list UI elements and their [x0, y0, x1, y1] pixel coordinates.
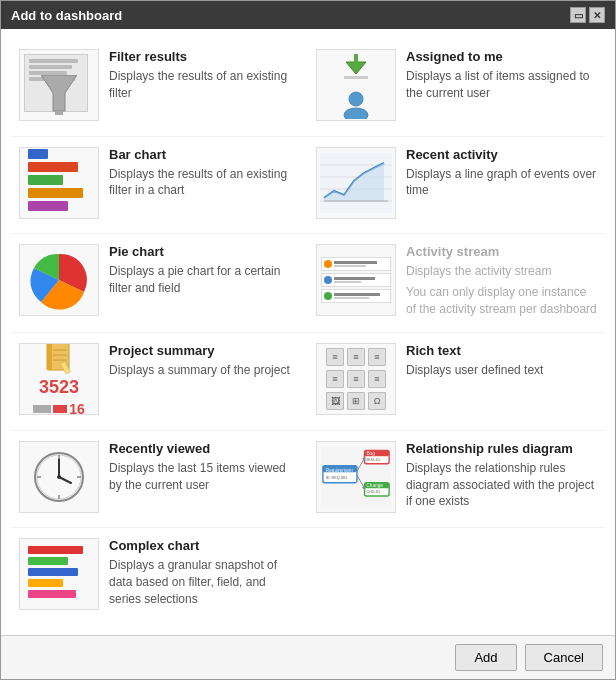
list-item[interactable]: ≡ ≡ ≡ ≡ ≡ ≡ 🖼 ⊞ Ω Rich text Displays use…	[308, 333, 605, 431]
rich-text-desc: Displays user defined text	[406, 362, 597, 379]
assigned-title: Assigned to me	[406, 49, 597, 64]
recent-activity-title: Recent activity	[406, 147, 597, 162]
pie-chart-desc: Displays a pie chart for a certain filte…	[109, 263, 300, 297]
recently-viewed-desc: Displays the last 15 items viewed by the…	[109, 460, 300, 494]
complex-chart-thumb	[19, 538, 99, 610]
recent-activity-desc: Displays a line graph of events over tim…	[406, 166, 597, 200]
bar-chart-thumb	[19, 147, 99, 219]
rt-icon-1: ≡	[326, 348, 344, 366]
list-item[interactable]: Filter results Displays the results of a…	[11, 39, 308, 137]
recently-viewed-thumb	[19, 441, 99, 513]
bar-chart-text: Bar chart Displays the results of an exi…	[109, 147, 300, 200]
recent-activity-thumb	[316, 147, 396, 219]
svg-rect-4	[344, 76, 368, 79]
rt-icon-6: ≡	[368, 370, 386, 388]
relationship-text: Relationship rules diagram Displays the …	[406, 441, 597, 510]
svg-point-5	[349, 92, 363, 106]
bar-chart-desc: Displays the results of an existing filt…	[109, 166, 300, 200]
minimize-button[interactable]: ▭	[570, 7, 586, 23]
activity-stream-note: You can only display one instance of the…	[406, 284, 597, 318]
rich-text-text: Rich text Displays user defined text	[406, 343, 597, 379]
dialog-title: Add to dashboard	[11, 8, 122, 23]
rt-icon-9: Ω	[368, 392, 386, 410]
assigned-desc: Displays a list of items assigned to the…	[406, 68, 597, 102]
activity-stream-desc: Displays the activity stream	[406, 263, 597, 280]
recent-activity-text: Recent activity Displays a line graph of…	[406, 147, 597, 200]
download-icon	[340, 52, 372, 84]
close-button[interactable]: ✕	[589, 7, 605, 23]
relationship-title: Relationship rules diagram	[406, 441, 597, 456]
relationship-desc: Displays the relationship rules diagram …	[406, 460, 597, 510]
list-item[interactable]: Complex chart Displays a granular snapsh…	[11, 528, 308, 625]
rich-text-title: Rich text	[406, 343, 597, 358]
activity-stream-thumb	[316, 244, 396, 316]
filter-results-title: Filter results	[109, 49, 300, 64]
complex-chart-title: Complex chart	[109, 538, 300, 553]
rt-icon-4: ≡	[326, 370, 344, 388]
svg-rect-16	[47, 343, 52, 370]
list-item[interactable]: Recently viewed Displays the last 15 ite…	[11, 431, 308, 529]
svg-rect-1	[55, 111, 63, 115]
activity-stream-title: Activity stream	[406, 244, 597, 259]
project-summary-desc: Displays a summary of the project	[109, 362, 300, 379]
list-item[interactable]: Recent activity Displays a line graph of…	[308, 137, 605, 235]
cancel-button[interactable]: Cancel	[525, 644, 603, 671]
assigned-text: Assigned to me Displays a list of items …	[406, 49, 597, 102]
list-item[interactable]: Bar chart Displays the results of an exi…	[11, 137, 308, 235]
pie-chart-thumb	[19, 244, 99, 316]
svg-text:Requirement: Requirement	[326, 468, 354, 473]
add-to-dashboard-dialog: Add to dashboard ▭ ✕	[0, 0, 616, 680]
complex-chart-text: Complex chart Displays a granular snapsh…	[109, 538, 300, 607]
complex-visual	[20, 539, 98, 609]
pie-chart-title: Pie chart	[109, 244, 300, 259]
svg-rect-3	[354, 54, 358, 64]
rt-icon-8: ⊞	[347, 392, 365, 410]
recently-viewed-text: Recently viewed Displays the last 15 ite…	[109, 441, 300, 494]
pie-chart-text: Pie chart Displays a pie chart for a cer…	[109, 244, 300, 297]
pie-chart-icon	[29, 250, 89, 310]
project-summary-title: Project summary	[109, 343, 300, 358]
line-chart-icon	[320, 153, 392, 213]
dialog-titlebar: Add to dashboard ▭ ✕	[1, 1, 615, 29]
titlebar-buttons: ▭ ✕	[570, 7, 605, 23]
dialog-footer: Add Cancel	[1, 635, 615, 679]
list-item[interactable]: Requirement ID: REQ-001 Bug BUG-01 Chang…	[308, 431, 605, 529]
svg-text:ID: REQ-001: ID: REQ-001	[326, 476, 348, 480]
rt-icon-3: ≡	[368, 348, 386, 366]
complex-chart-desc: Displays a granular snapshot of data bas…	[109, 557, 300, 607]
svg-text:Bug: Bug	[366, 451, 375, 456]
assigned-thumb	[316, 49, 396, 121]
svg-text:CHG-01: CHG-01	[366, 490, 380, 494]
list-item[interactable]: Assigned to me Displays a list of items …	[308, 39, 605, 137]
list-item[interactable]: 3523 16 Project summary Displays a summa…	[11, 333, 308, 431]
rt-icon-7: 🖼	[326, 392, 344, 410]
svg-text:BUG-01: BUG-01	[366, 458, 380, 462]
svg-point-25	[57, 475, 61, 479]
items-grid: Filter results Displays the results of a…	[1, 29, 615, 635]
rt-icon-2: ≡	[347, 348, 365, 366]
project-summary-thumb: 3523 16	[19, 343, 99, 415]
svg-text:Change: Change	[366, 483, 383, 488]
activity-stream-text: Activity stream Displays the activity st…	[406, 244, 597, 317]
filter-results-text: Filter results Displays the results of a…	[109, 49, 300, 102]
recently-viewed-title: Recently viewed	[109, 441, 300, 456]
barchart-visual	[20, 148, 98, 218]
svg-point-6	[344, 108, 368, 119]
rich-text-thumb: ≡ ≡ ≡ ≡ ≡ ≡ 🖼 ⊞ Ω	[316, 343, 396, 415]
user-icon	[341, 89, 371, 119]
relationship-thumb: Requirement ID: REQ-001 Bug BUG-01 Chang…	[316, 441, 396, 513]
clock-icon	[31, 449, 87, 505]
project-summary-text: Project summary Displays a summary of th…	[109, 343, 300, 379]
funnel-icon	[41, 75, 77, 115]
list-item[interactable]: Pie chart Displays a pie chart for a cer…	[11, 234, 308, 333]
list-item[interactable]: Activity stream Displays the activity st…	[308, 234, 605, 333]
filter-results-thumb	[19, 49, 99, 121]
notebook-icon	[45, 343, 73, 374]
rt-icon-5: ≡	[347, 370, 365, 388]
add-button[interactable]: Add	[455, 644, 516, 671]
bar-chart-title: Bar chart	[109, 147, 300, 162]
relationship-diagram-icon: Requirement ID: REQ-001 Bug BUG-01 Chang…	[321, 445, 391, 509]
svg-marker-0	[41, 75, 77, 111]
filter-results-desc: Displays the results of an existing filt…	[109, 68, 300, 102]
